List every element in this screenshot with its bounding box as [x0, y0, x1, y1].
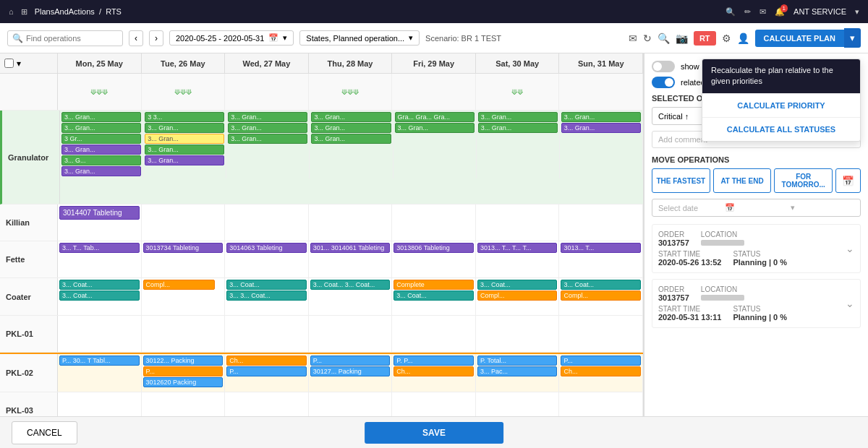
op-block[interactable]: 3... Gran...: [145, 123, 224, 133]
op-block[interactable]: Ch...: [226, 356, 307, 366]
op-block[interactable]: P...: [310, 356, 391, 366]
op-block[interactable]: 3... Coat...: [393, 290, 474, 301]
the-fastest-btn[interactable]: THE FASTEST: [652, 168, 710, 193]
person-icon[interactable]: 👤: [737, 33, 749, 44]
op-block[interactable]: Compl...: [143, 280, 216, 290]
op-block[interactable]: 3... Coat...: [561, 280, 641, 290]
op-block[interactable]: 3... Gran...: [61, 145, 141, 155]
refresh-icon[interactable]: ↻: [643, 33, 652, 44]
op-block[interactable]: 3... Gran...: [311, 112, 391, 122]
calculate-priority-btn[interactable]: CALCULATE PRIORITY: [702, 93, 860, 117]
op-block[interactable]: 3... Coat...: [59, 290, 140, 301]
op-block[interactable]: 3013... T... T... T...: [477, 243, 558, 253]
op-block[interactable]: 3... Gran...: [478, 112, 558, 122]
op-block[interactable]: P...: [561, 356, 641, 366]
op-block[interactable]: 3... Coat...: [226, 280, 307, 290]
search-input[interactable]: [26, 34, 113, 43]
op-block[interactable]: 30122... Packing: [143, 356, 224, 366]
prev-btn[interactable]: ‹: [129, 30, 143, 46]
op-block[interactable]: 3... 3... Coat...: [226, 290, 307, 301]
op-block[interactable]: 3... Gran...: [61, 112, 141, 122]
op-block[interactable]: 3... Gran...: [561, 112, 641, 122]
op-block[interactable]: 3... Gran...: [61, 123, 141, 133]
op-block[interactable]: Ch...: [561, 366, 641, 376]
envelope-icon[interactable]: ✉: [629, 33, 637, 44]
op-block[interactable]: 3013806 Tableting: [393, 243, 474, 253]
op-block[interactable]: 3013734 Tableting: [143, 243, 224, 253]
op-block[interactable]: 30127... Packing: [310, 366, 391, 376]
op-block[interactable]: P...: [143, 366, 224, 376]
op-block[interactable]: P. Total...: [477, 356, 558, 366]
op-block[interactable]: Ch...: [393, 366, 474, 376]
related-toggle[interactable]: [652, 77, 675, 88]
date-range[interactable]: 2020-05-25 - 2020-05-31 📅 ▾: [169, 30, 294, 46]
op-block[interactable]: 3... Gran...: [395, 123, 475, 133]
camera-icon[interactable]: 📷: [676, 33, 688, 44]
settings-icon[interactable]: ⚙: [722, 33, 731, 44]
pkl03-wed: [225, 392, 309, 416]
op-block[interactable]: 3... Gran...: [228, 112, 307, 122]
op-block[interactable]: 3... Coat...: [477, 280, 558, 290]
op-block[interactable]: 3... Coat...: [59, 280, 140, 290]
cancel-btn[interactable]: CANCEL: [12, 421, 77, 444]
op-block[interactable]: 3... Gran...: [311, 134, 391, 144]
edit-icon[interactable]: ✏: [744, 7, 751, 17]
states-dropdown[interactable]: States, Planned operation... ▾: [299, 30, 420, 46]
op-block[interactable]: P...: [226, 366, 307, 376]
next-btn[interactable]: ›: [149, 30, 163, 46]
save-btn[interactable]: SAVE: [365, 422, 503, 444]
op-block[interactable]: 3 3...: [145, 112, 224, 122]
calculate-all-statuses-btn[interactable]: CALCULATE ALL STATUSES: [702, 117, 860, 141]
rt-button[interactable]: RT: [694, 31, 716, 46]
mail-icon[interactable]: ✉: [760, 7, 766, 17]
op-block[interactable]: 3... Gran...: [561, 123, 641, 133]
calculate-plan-btn[interactable]: CALCULATE PLAN: [755, 30, 844, 47]
at-the-end-btn[interactable]: AT THE END: [713, 168, 772, 193]
op-block[interactable]: 301... 3014061 Tableting: [310, 243, 391, 253]
op-block[interactable]: 3... Gran...: [311, 123, 391, 133]
op-block[interactable]: 3... Coat... 3... Coat...: [310, 280, 391, 290]
op-block[interactable]: P... 30... T Tabl...: [59, 356, 140, 366]
home-icon[interactable]: ⌂: [9, 7, 14, 16]
search2-icon[interactable]: 🔍: [658, 33, 670, 44]
date-select[interactable]: Select date 📅 ▾: [652, 199, 861, 217]
op-block[interactable]: 3... Gran...: [228, 123, 307, 133]
bell-icon[interactable]: 🔔1: [775, 7, 785, 17]
op-block[interactable]: Gra... Gra... Gra...: [395, 112, 475, 122]
op-block[interactable]: P. P...: [393, 356, 474, 366]
op-block[interactable]: 3... Gran...: [478, 123, 558, 133]
calculate-plan-chevron[interactable]: ▾: [844, 28, 861, 48]
search-box[interactable]: 🔍: [7, 30, 123, 46]
pkl02-sat: P. Total... 3... Pac...: [476, 354, 560, 392]
op-block[interactable]: 3013... T...: [561, 243, 641, 253]
op-block[interactable]: 3... Gran...: [145, 155, 224, 165]
coater-row: Coater 3... Coat... 3... Coat... Compl..…: [0, 278, 643, 316]
calendar-move-btn[interactable]: 📅: [835, 168, 861, 193]
day-thu: Thu, 28 May: [309, 53, 393, 73]
op-block[interactable]: 3014407 Tableting: [59, 206, 140, 220]
op-block[interactable]: 3... Gran...: [228, 134, 307, 144]
search-icon[interactable]: 🔍: [726, 7, 736, 17]
op-block[interactable]: 3 Gr...: [61, 134, 141, 144]
op-block[interactable]: 3... Gran...: [145, 145, 224, 155]
op-block[interactable]: 3012620 Packing: [143, 377, 224, 387]
op-block[interactable]: Compl...: [561, 290, 641, 301]
expand-icon-2[interactable]: ⌄: [846, 298, 854, 309]
order-card-2[interactable]: ORDER 3013757 LOCATION START TIME 2020-0…: [652, 279, 861, 328]
op-block[interactable]: Compl...: [477, 290, 558, 301]
op-block[interactable]: 3014063 Tableting: [226, 243, 307, 253]
dropdown-tooltip: Recalculate the plan relative to the giv…: [702, 59, 860, 93]
for-tomorrow-btn[interactable]: FOR TOMORRO...: [774, 168, 833, 193]
show-related-toggle[interactable]: [652, 61, 675, 72]
expand-icon-1[interactable]: ⌄: [846, 243, 854, 254]
op-block[interactable]: 3... Gran...: [145, 134, 224, 144]
op-block[interactable]: 3... Gran...: [61, 166, 141, 176]
op-block[interactable]: 3... T... Tab...: [59, 243, 140, 253]
day-mon: Mon, 25 May: [58, 53, 142, 73]
op-block[interactable]: 3... G...: [61, 155, 141, 165]
select-all-checkbox[interactable]: [4, 59, 14, 68]
op-block[interactable]: 3... Pac...: [477, 366, 558, 376]
grid-icon[interactable]: ⊞: [21, 7, 27, 17]
order-card-1[interactable]: ORDER 3013757 LOCATION START TIME 2020-0…: [652, 224, 861, 273]
op-block[interactable]: Complete: [393, 280, 474, 290]
